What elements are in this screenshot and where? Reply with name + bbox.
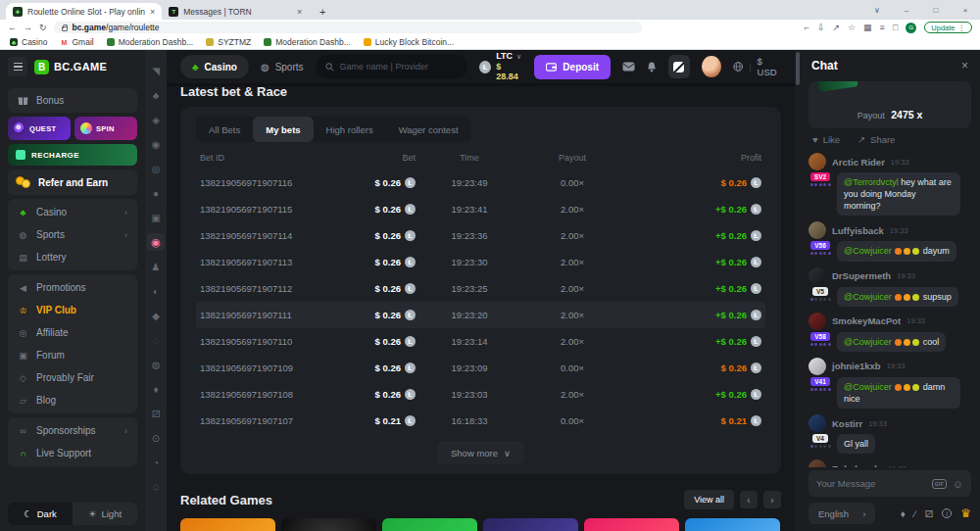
chat-avatar[interactable]	[808, 221, 826, 239]
reload-icon[interactable]: ↻	[39, 23, 47, 32]
chrome-profile-avatar[interactable]: G	[906, 23, 916, 33]
like-button[interactable]: ♥Like	[812, 134, 840, 145]
gear-icon[interactable]: ◌	[147, 331, 165, 349]
bet-row[interactable]: 138219056971907112$ 0.26Ł19:23:252.00×+$…	[196, 275, 765, 302]
bet-row[interactable]: 138219056971907111$ 0.26Ł19:23:202.00×+$…	[196, 302, 765, 328]
forward-icon[interactable]: →	[24, 23, 32, 32]
sidebar-item-sports[interactable]: ◍Sports›	[8, 223, 137, 246]
carousel-prev-button[interactable]: ‹	[740, 491, 758, 508]
bet-row[interactable]: 138219056971907114$ 0.26Ł19:23:362.00×+$…	[196, 222, 765, 249]
game-thumb-pink[interactable]	[584, 518, 679, 531]
bookmark-item[interactable]: MGmail	[60, 37, 93, 47]
rules-icon[interactable]: ∕	[914, 508, 916, 519]
nav-tab-casino[interactable]: ♣ Casino	[180, 55, 249, 78]
bookmark-item[interactable]: ♣Casino	[10, 37, 47, 47]
show-more-button[interactable]: Show more ∨	[437, 441, 524, 464]
trophy-icon[interactable]: ♛	[960, 507, 971, 520]
ring-icon[interactable]: ⊙	[147, 429, 165, 447]
chat-bubble[interactable]: @Terrordvctyl hey what are you doing Mon…	[837, 172, 960, 216]
clover-icon[interactable]: ♣	[147, 86, 165, 104]
diamond-icon[interactable]: ♦	[147, 380, 165, 398]
bookmark-item[interactable]: SYZTMZ	[206, 37, 251, 47]
tab-close-icon[interactable]: ×	[297, 7, 302, 17]
chat-bubble[interactable]: @Cowjuicer dayum	[837, 241, 956, 261]
new-tab-button[interactable]: +	[315, 4, 330, 20]
bets-tab-wager-contest[interactable]: Wager contest	[386, 117, 471, 142]
game-thumb-green[interactable]	[382, 518, 477, 531]
mention-link[interactable]: @Cowjuicer	[844, 382, 894, 392]
maximize-icon[interactable]: □	[921, 0, 951, 20]
browser-tab[interactable]: TMessages | TORN×	[162, 3, 309, 20]
theme-dark-button[interactable]: ☾ Dark	[8, 503, 73, 525]
chat-avatar[interactable]	[808, 267, 826, 285]
chat-username[interactable]: Babyhands	[832, 463, 882, 467]
side-panel-icon[interactable]: □	[893, 23, 898, 32]
chat-bubble[interactable]: @Cowjuicer supsup	[837, 287, 958, 307]
bookmark-item[interactable]: Moderation Dashb...	[107, 37, 194, 47]
chat-username[interactable]: Luffyisback	[832, 225, 884, 236]
sidebar-item-promotions[interactable]: ◀Promotions	[8, 276, 137, 299]
coin-icon[interactable]: ◉	[147, 135, 165, 153]
main-scrollbar[interactable]	[795, 50, 800, 531]
shared-win-card[interactable]: Payout 2475 x	[808, 81, 971, 128]
hand-icon[interactable]: ◐	[147, 282, 165, 300]
globe-icon[interactable]	[733, 61, 743, 72]
inbox-icon[interactable]	[622, 62, 635, 72]
install-icon[interactable]: ⇩	[817, 23, 825, 32]
bets-tab-my-bets[interactable]: My bets	[253, 117, 313, 142]
chat-bubble[interactable]: Gl yall	[837, 434, 875, 454]
chrome-update-button[interactable]: Update⋮	[924, 22, 972, 33]
recharge-button[interactable]: RECHARGE	[8, 144, 137, 166]
bonus-button[interactable]: Bonus	[8, 88, 137, 113]
notifications-bell-icon[interactable]	[647, 62, 657, 72]
chat-bubble[interactable]: @Cowjuicer damn nice	[837, 377, 960, 409]
carousel-next-button[interactable]: ›	[763, 491, 781, 508]
close-icon[interactable]: ×	[951, 0, 980, 20]
wallet-balance[interactable]: Ł LTC∨ $ 28.84	[479, 51, 522, 81]
game-thumb-orange[interactable]	[180, 518, 275, 531]
spin-button[interactable]: SPIN	[74, 117, 137, 140]
star-icon[interactable]: ☆	[848, 23, 856, 32]
theme-light-button[interactable]: ☀ Light	[73, 503, 137, 525]
sidebar-item-casino[interactable]: ♣Casino›	[8, 201, 137, 223]
disc-icon[interactable]: ◍	[147, 356, 165, 373]
sidebar-item-blog[interactable]: ▱Blog	[8, 389, 137, 411]
sidebar-item-forum[interactable]: ▣Forum	[8, 344, 137, 366]
chat-bubble[interactable]: @Cowjuicer cool	[837, 332, 946, 352]
sidebar-item-sponsorships[interactable]: ∞Sponsorships›	[8, 419, 137, 442]
rocket-icon[interactable]: ◥	[147, 62, 165, 79]
bet-row[interactable]: 138219056971907116$ 0.26Ł19:23:490.00×$ …	[196, 169, 765, 196]
dart-icon[interactable]: ◈	[147, 111, 165, 128]
tab-close-icon[interactable]: ×	[150, 7, 155, 17]
key-icon[interactable]: ⌐	[805, 23, 809, 32]
gem-icon[interactable]: ◆	[147, 307, 165, 324]
share-icon[interactable]: ↗	[832, 23, 840, 32]
bet-row[interactable]: 138219056971907108$ 0.26Ł19:23:032.00×+$…	[196, 381, 765, 408]
mention-link[interactable]: @Terrordvctyl	[844, 177, 901, 187]
mention-link[interactable]: @Cowjuicer	[844, 292, 894, 302]
sidebar-item-lottery[interactable]: ▤Lottery	[8, 246, 137, 268]
chat-toggle-button[interactable]	[668, 55, 690, 78]
bcgame-logo[interactable]: B BC.GAME	[34, 60, 107, 74]
berry-icon[interactable]: ●	[147, 184, 165, 202]
coins-icon[interactable]: ◎	[147, 160, 165, 177]
extensions-icon[interactable]: ▦	[863, 23, 872, 32]
reading-list-icon[interactable]: ≡	[880, 23, 885, 32]
frame-icon[interactable]: ▣	[147, 209, 165, 226]
bets-tab-high-rollers[interactable]: High rollers	[314, 117, 386, 142]
minimize-icon[interactable]: –	[892, 0, 921, 20]
bets-tab-all-bets[interactable]: All Bets	[196, 117, 253, 142]
refer-and-earn-button[interactable]: Refer and Earn	[8, 169, 137, 195]
emoji-icon[interactable]: ☺	[953, 478, 963, 490]
chat-avatar[interactable]	[808, 153, 826, 170]
sidebar-item-provably-fair[interactable]: ◇Provably Fair	[8, 366, 137, 389]
game-thumb-blue[interactable]	[685, 518, 780, 531]
dice-icon[interactable]: ⚂	[925, 508, 934, 519]
sidebar-item-vip-club[interactable]: ♔VIP Club	[8, 299, 137, 321]
bet-row[interactable]: 138219056971907115$ 0.26Ł19:23:412.00×+$…	[196, 196, 765, 222]
roulette-icon[interactable]: ◉	[147, 233, 165, 251]
sidebar-item-live-support[interactable]: ∩Live Support	[8, 442, 137, 464]
game-search-box[interactable]	[316, 55, 468, 78]
info-icon[interactable]: i	[942, 508, 952, 518]
gif-icon[interactable]: GIF	[932, 479, 947, 489]
